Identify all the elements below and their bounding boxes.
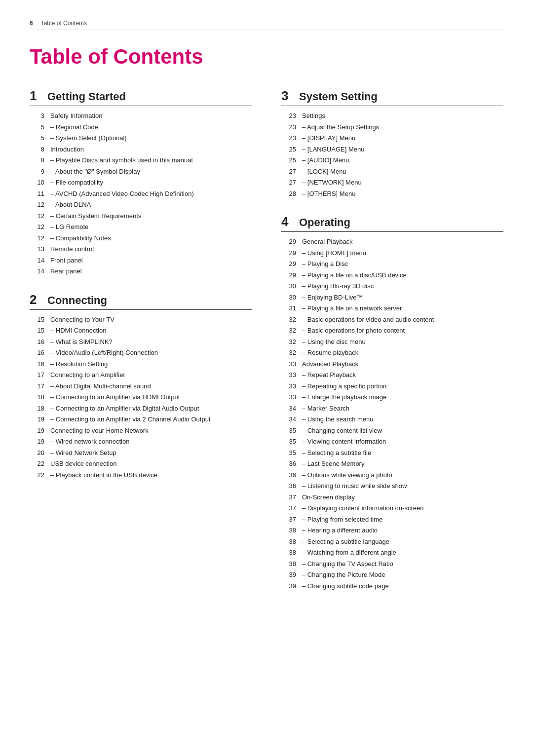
toc-item-text: – [AUDIO] Menu (302, 155, 503, 165)
toc-item: 12– Compatibility Notes (30, 233, 252, 243)
toc-item-text: – Selecting a subtitle file (302, 448, 503, 458)
toc-item: 15Connecting to Your TV (30, 315, 252, 325)
toc-item: 12– Certain System Requirements (30, 211, 252, 221)
toc-item: 35– Selecting a subtitle file (281, 448, 503, 458)
toc-item: 29– Using [HOME] menu (281, 248, 503, 258)
toc-item: 34– Marker Search (281, 404, 503, 414)
toc-page-number: 5 (30, 133, 44, 143)
toc-page-number: 12 (30, 222, 44, 232)
toc-page-number: 39 (281, 581, 296, 591)
section-1-number: 1 (30, 88, 41, 104)
toc-page-number: 17 (30, 370, 44, 380)
toc-item: 29– Playing a file on a disc/USB device (281, 270, 503, 280)
toc-item: 39– Changing subtitle code page (281, 581, 503, 591)
toc-page-number: 25 (281, 145, 296, 154)
toc-item: 37On-Screen display (281, 492, 503, 502)
toc-item: 14Rear panel (30, 266, 252, 276)
section-1-header: 1 Getting Started (30, 88, 252, 106)
toc-page-number: 23 (281, 111, 296, 121)
toc-item-text: – [LOCK] Menu (302, 167, 503, 177)
toc-page-number: 39 (281, 570, 296, 580)
toc-item-text: – About the "Ø" Symbol Display (50, 167, 252, 177)
toc-page-number: 33 (281, 392, 296, 402)
toc-item: 34– Using the search menu (281, 415, 503, 424)
toc-item: 8– Playable Discs and symbols used in th… (30, 155, 252, 165)
toc-item: 23– Adjust the Setup Settings (281, 122, 503, 132)
toc-item: 35– Viewing content information (281, 437, 503, 447)
toc-page-number: 28 (281, 189, 296, 199)
toc-item: 9– About the "Ø" Symbol Display (30, 167, 252, 177)
toc-page-number: 22 (30, 470, 44, 480)
toc-item-text: – What is SIMPLINK? (50, 337, 252, 347)
toc-item-text: – Wired network connection (50, 437, 252, 447)
toc-item-text: – Selecting a subtitle language (302, 537, 503, 547)
toc-item-text: – Enjoying BD-Live™ (302, 293, 503, 302)
toc-item: 23– [DISPLAY] Menu (281, 133, 503, 143)
toc-item-text: – Marker Search (302, 404, 503, 414)
toc-item-text: Settings (302, 111, 503, 121)
toc-item: 22– Playback content in the USB device (30, 470, 252, 480)
toc-page-number: 3 (30, 111, 44, 121)
toc-item-text: – [OTHERS] Menu (302, 189, 503, 199)
toc-item-text: – Basic operations for photo content (302, 326, 503, 336)
section-3: 3 System Setting 23Settings23– Adjust th… (281, 88, 503, 198)
page-title: Table of Contents (30, 45, 503, 69)
toc-item-text: – Changing content list view (302, 426, 503, 436)
toc-item-text: – [NETWORK] Menu (302, 178, 503, 188)
toc-item-text: Connecting to an Amplifier (50, 370, 252, 380)
toc-page-number: 34 (281, 404, 296, 414)
toc-item: 29– Playing a Disc (281, 259, 503, 269)
toc-page-number: 29 (281, 237, 296, 247)
toc-item-text: – Changing the TV Aspect Ratio (302, 559, 503, 569)
toc-item: 37– Displaying content information on-sc… (281, 503, 503, 513)
toc-item-text: Introduction (50, 145, 252, 154)
toc-item-text: – Viewing content information (302, 437, 503, 447)
toc-item: 32– Resume playback (281, 348, 503, 358)
toc-page-number: 32 (281, 337, 296, 347)
toc-item: 14Front panel (30, 256, 252, 265)
toc-item: 38– Changing the TV Aspect Ratio (281, 559, 503, 569)
toc-page-number: 38 (281, 526, 296, 535)
toc-page-number: 37 (281, 515, 296, 525)
toc-item: 5– System Select (Optional) (30, 133, 252, 143)
toc-item: 22USB device connection (30, 459, 252, 469)
toc-item: 35– Changing content list view (281, 426, 503, 436)
toc-item: 17– About Digital Multi-channel sound (30, 381, 252, 391)
toc-page-number: 14 (30, 256, 44, 265)
toc-item: 33– Repeating a specific portion (281, 381, 503, 391)
toc-item-text: – Compatibility Notes (50, 233, 252, 243)
toc-item-text: – Video/Audio (Left/Right) Connection (50, 348, 252, 358)
toc-page-number: 36 (281, 459, 296, 469)
toc-item-text: – Last Scene Memory (302, 459, 503, 469)
page: 6 Table of Contents Table of Contents 1 … (0, 0, 533, 756)
toc-item-text: – Resolution Setting (50, 359, 252, 369)
toc-item: 37– Playing from selected time (281, 515, 503, 525)
toc-item-text: On-Screen display (302, 492, 503, 502)
toc-item: 28– [OTHERS] Menu (281, 189, 503, 199)
toc-item-text: – Resume playback (302, 348, 503, 358)
toc-page-number: 15 (30, 315, 44, 325)
toc-item-text: – Hearing a different audio (302, 526, 503, 535)
toc-item-text: Connecting to Your TV (50, 315, 252, 325)
toc-page-number: 27 (281, 178, 296, 188)
toc-item: 17Connecting to an Amplifier (30, 370, 252, 380)
toc-item: 25– [LANGUAGE] Menu (281, 145, 503, 154)
toc-item-text: – Changing the Picture Mode (302, 570, 503, 580)
toc-item: 19– Connecting to an Amplifier via 2 Cha… (30, 415, 252, 424)
toc-item: 16– What is SIMPLINK? (30, 337, 252, 347)
toc-item: 38– Watching from a different angle (281, 548, 503, 558)
toc-item-text: – Using the disc menu (302, 337, 503, 347)
toc-item-text: Advanced Playback (302, 359, 503, 369)
toc-item: 12– LG Remote (30, 222, 252, 232)
section-2: 2 Connecting 15Connecting to Your TV15– … (30, 292, 252, 480)
section-4: 4 Operating 29General Playback29– Using … (281, 214, 503, 591)
toc-item: 33– Enlarge the playback image (281, 392, 503, 402)
toc-item: 18– Connecting to an Amplifier via Digit… (30, 404, 252, 414)
toc-item-text: Front panel (50, 256, 252, 265)
toc-item-text: – Using [HOME] menu (302, 248, 503, 258)
section-2-list: 15Connecting to Your TV15– HDMI Connecti… (30, 315, 252, 480)
toc-page-number: 30 (281, 281, 296, 291)
toc-item-text: – Using the search menu (302, 415, 503, 424)
toc-item: 32– Using the disc menu (281, 337, 503, 347)
toc-item: 38– Hearing a different audio (281, 526, 503, 535)
